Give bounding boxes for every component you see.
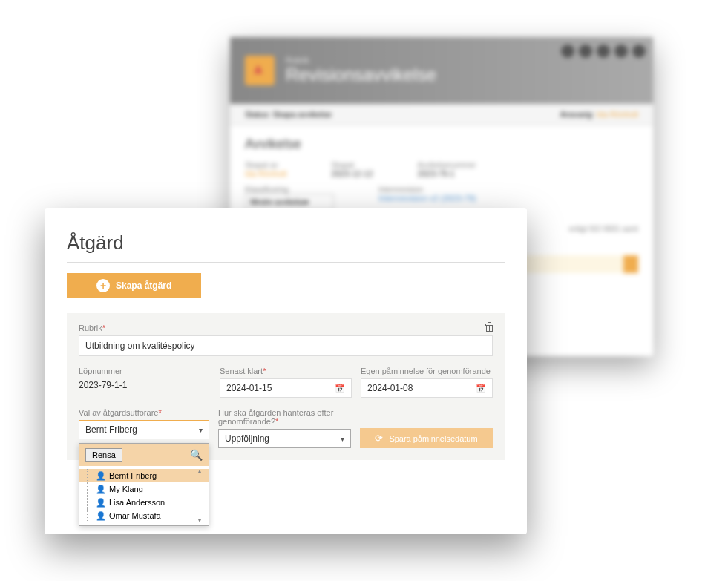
paminnelse-input[interactable]: 2024-01-08 📅 (361, 378, 493, 398)
person-icon: 👤 (96, 511, 105, 520)
bg-created-label: Skapat (331, 161, 373, 169)
trash-icon[interactable]: 🗑 (484, 321, 496, 334)
senast-klart-input[interactable]: 2024-01-15 📅 (220, 378, 352, 398)
calendar-icon: 📅 (476, 384, 486, 393)
dropdown-scrollbar[interactable]: ▴ ▾ (198, 467, 207, 524)
rubrik-label: Rubrik* (79, 324, 493, 332)
dropdown-header: Rensa 🔍 (79, 444, 209, 466)
close-icon[interactable] (632, 45, 646, 58)
foreground-window: Åtgärd + Skapa åtgärd 🗑 Rubrik* Löpnumme… (45, 208, 527, 534)
bg-deviation-number-value: 2023-79-1 (418, 169, 476, 178)
scroll-down-icon[interactable]: ▾ (198, 517, 207, 524)
paminnelse-label: Egen påminnelse för genomförande (361, 367, 493, 375)
bg-internal-revision-value[interactable]: Internrevision v2 (2023-79) (378, 194, 476, 203)
search-icon[interactable]: 🔍 (190, 449, 203, 461)
page-title: Åtgärd (67, 232, 505, 255)
bg-created-value: 2023-12-12 (331, 169, 373, 178)
bg-header-small-label: Rubrik (286, 56, 436, 65)
clear-button[interactable]: Rensa (85, 448, 122, 462)
bg-header: Rubrik Revisionsavvikelse (230, 37, 653, 104)
rubrik-input[interactable] (79, 335, 493, 356)
bg-section-title: Avvikelse (245, 137, 638, 152)
hantera-select[interactable]: Uppföljning ▾ (218, 429, 351, 448)
bg-status-value: Skapa avvikelse (272, 110, 332, 119)
utforare-dropdown: Rensa 🔍 👤 Bernt Friberg 👤 My Klang 👤 Lis… (79, 443, 209, 526)
person-icon: 👤 (96, 498, 105, 507)
dropdown-list: 👤 Bernt Friberg 👤 My Klang 👤 Lisa Anders… (79, 466, 209, 525)
save-reminder-label: Spara påminnelsedatum (389, 434, 477, 443)
toolbar-icon[interactable] (597, 45, 610, 58)
divider (67, 262, 505, 263)
bg-orange-square[interactable] (623, 255, 638, 273)
lopnummer-label: Löpnummer (79, 367, 211, 375)
dropdown-item[interactable]: 👤 My Klang (79, 482, 209, 496)
scroll-up-icon[interactable]: ▴ (198, 467, 207, 474)
create-button-label: Skapa åtgärd (116, 280, 171, 291)
bg-created-by-label: Skapat av (245, 161, 286, 169)
bg-deviation-number-label: Avvikelsenummer (418, 161, 476, 169)
utforare-select[interactable]: Bernt Friberg ▾ (79, 420, 209, 439)
bg-toolbar (561, 45, 646, 58)
save-reminder-button[interactable]: ⟳ Spara påminnelsedatum (360, 428, 493, 448)
utforare-label: Val av åtgärdsutförare* (79, 408, 209, 417)
dropdown-item[interactable]: 👤 Bernt Friberg (79, 469, 209, 482)
person-icon: 👤 (96, 471, 105, 480)
toolbar-icon[interactable] (614, 45, 628, 58)
bg-classification-label: Klassificering (245, 186, 334, 194)
action-panel: 🗑 Rubrik* Löpnummer 2023-79-1-1 Senast k… (67, 313, 505, 460)
bg-created-by-value[interactable]: Ida Rönholt (245, 169, 286, 178)
senast-klart-label: Senast klart* (220, 367, 352, 375)
warning-triangle-icon (245, 56, 275, 85)
refresh-icon: ⟳ (375, 433, 383, 444)
lopnummer-value: 2023-79-1-1 (79, 378, 211, 392)
chevron-down-icon: ▾ (199, 426, 203, 434)
person-icon: 👤 (96, 485, 105, 493)
create-action-button[interactable]: + Skapa åtgärd (67, 273, 201, 298)
toolbar-icon[interactable] (561, 45, 574, 58)
toolbar-icon[interactable] (579, 45, 592, 58)
bg-internal-revision-label: Internrevision (378, 186, 476, 194)
calendar-icon: 📅 (335, 384, 345, 393)
dropdown-item[interactable]: 👤 Omar Mustafa (79, 509, 209, 522)
chevron-down-icon: ▾ (341, 435, 344, 443)
hantera-label: Hur ska åtgärden hanteras efter genomför… (218, 408, 351, 426)
plus-icon: + (96, 279, 110, 292)
bg-responsible-value[interactable]: Ida Rönholt (597, 110, 638, 119)
dropdown-item[interactable]: 👤 Lisa Andersson (79, 496, 209, 509)
bg-status-bar: Status: Skapa avvikelse Ansvarig: Ida Rö… (230, 104, 653, 125)
bg-header-title: Revisionsavvikelse (286, 65, 436, 85)
bg-responsible-label: Ansvarig: (560, 110, 594, 119)
bg-status-label: Status: (245, 110, 270, 119)
